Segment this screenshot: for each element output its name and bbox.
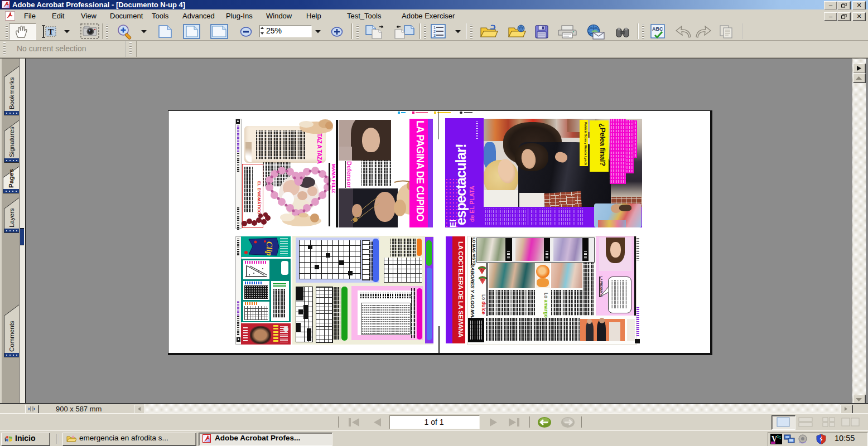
svg-text:Clip: Clip (265, 241, 274, 256)
svg-text:2: 2 (433, 30, 436, 33)
svg-text:T: T (48, 27, 54, 36)
svg-text:Comments: Comments (8, 321, 15, 352)
svg-text:ABC: ABC (652, 26, 663, 32)
svg-text:3: 3 (433, 33, 436, 37)
svg-text:Pages: Pages (8, 169, 15, 188)
svg-text:Layers: Layers (8, 208, 15, 227)
svg-text:Signatures: Signatures (8, 127, 15, 157)
svg-text:Bookmarks: Bookmarks (8, 77, 15, 109)
svg-text:1: 1 (433, 26, 436, 30)
